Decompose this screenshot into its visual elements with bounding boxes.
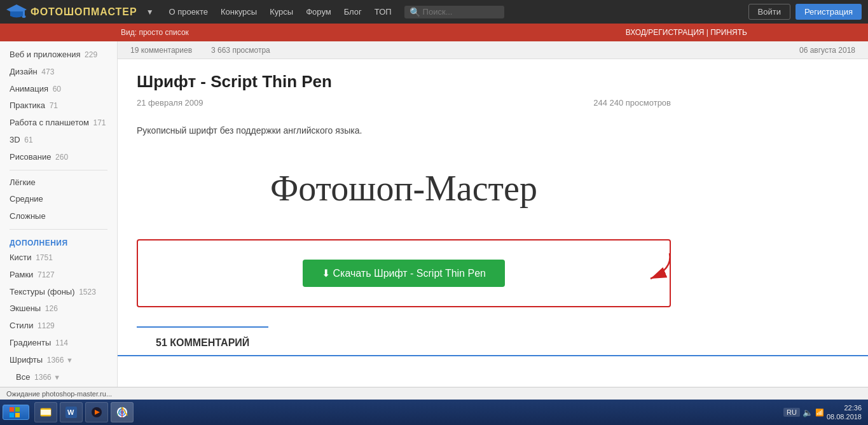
font-preview: Фотошоп-Мастер — [137, 150, 671, 226]
search-input[interactable] — [423, 7, 499, 17]
comments-bar: 51 КОММЕНТАРИЙ — [118, 326, 868, 356]
sidebar: Веб и приложения 229 Дизайн 473 Анимация… — [0, 41, 118, 407]
main-nav: О проекте Конкурсы Курсы Форум Блог ТОП — [163, 0, 398, 24]
sidebar-item-web[interactable]: Веб и приложения 229 — [0, 46, 117, 64]
nav-top[interactable]: ТОП — [368, 0, 398, 24]
download-button[interactable]: ⬇ Скачать Шрифт - Script Thin Pen — [303, 260, 505, 287]
search-icon: 🔍 — [410, 7, 420, 17]
sidebar-item-practice[interactable]: Практика 71 — [0, 97, 117, 115]
views-count: 3 663 просмотра — [211, 46, 270, 55]
sidebar-item-medium[interactable]: Средние — [0, 191, 117, 208]
comments-count: 19 комментариев — [130, 46, 192, 55]
download-section: ⬇ Скачать Шрифт - Script Thin Pen — [137, 239, 671, 307]
sidebar-item-actions[interactable]: Экшены 126 — [0, 300, 117, 317]
sidebar-item-brushes[interactable]: Кисти 1751 — [0, 249, 117, 267]
top-navigation: ФОТОШОПМАСТЕР ▼ О проекте Конкурсы Курсы… — [0, 0, 868, 24]
sidebar-divider-1 — [10, 170, 107, 171]
secondary-nav: Вид: просто список ВХОД/РЕГИСТРАЦИЯ | ПР… — [0, 24, 868, 41]
article-info: 21 февраля 2009 244 240 просмотров — [137, 98, 671, 114]
sidebar-item-drawing[interactable]: Рисование 260 — [0, 149, 117, 166]
sidebar-item-frames[interactable]: Рамки 7127 — [0, 267, 117, 284]
sidebar-item-hard[interactable]: Сложные — [0, 208, 117, 225]
taskbar-item-explorer[interactable] — [34, 402, 57, 422]
sidebar-item-3d[interactable]: 3D 61 — [0, 132, 117, 149]
register-button[interactable]: Регистрация — [796, 4, 862, 20]
logo-icon — [6, 3, 27, 21]
taskbar-clock: 22:36 08.08.2018 — [827, 403, 862, 422]
main-layout: Веб и приложения 229 Дизайн 473 Анимация… — [0, 41, 868, 407]
sidebar-item-fonts[interactable]: Шрифты 1366 ▼ — [0, 352, 117, 369]
taskbar-item-word[interactable]: W — [60, 402, 83, 422]
nav-contests[interactable]: Конкурсы — [214, 0, 263, 24]
svg-rect-9 — [41, 410, 51, 415]
sidebar-item-tablet[interactable]: Работа с планшетом 171 — [0, 115, 117, 132]
post-meta-bar: 19 комментариев 3 663 просмотра 06 авгус… — [118, 41, 868, 59]
logo[interactable]: ФОТОШОПМАСТЕР — [6, 3, 137, 21]
article: Шрифт - Script Thin Pen 21 февраля 2009 … — [118, 59, 690, 326]
main-content: 19 комментариев 3 663 просмотра 06 авгус… — [118, 41, 868, 407]
svg-rect-1 — [23, 10, 25, 16]
nav-forum[interactable]: Форум — [300, 0, 338, 24]
sidebar-item-animation[interactable]: Анимация 60 — [0, 81, 117, 98]
nav-about[interactable]: О проекте — [163, 0, 214, 24]
language-indicator[interactable]: RU — [783, 408, 800, 417]
sidebar-item-styles[interactable]: Стили 1129 — [0, 317, 117, 335]
article-date: 21 февраля 2009 — [137, 98, 203, 108]
article-title: Шрифт - Script Thin Pen — [137, 72, 671, 92]
download-arrow — [600, 250, 676, 288]
svg-rect-4 — [10, 407, 14, 412]
taskbar: W RU 🔈 📶 22:36 08.08.2018 — [0, 400, 868, 425]
tray-icons: 🔈 — [803, 408, 813, 417]
sidebar-addons-title: ДОПОЛНЕНИЯ — [0, 233, 117, 249]
svg-rect-6 — [10, 413, 14, 417]
article-views: 244 240 просмотров — [593, 98, 671, 108]
sidebar-item-textures[interactable]: Текстуры (фоны) 1523 — [0, 284, 117, 301]
taskbar-item-media[interactable] — [85, 402, 108, 422]
secondary-nav-view[interactable]: Вид: просто список — [121, 28, 189, 37]
svg-text:W: W — [67, 408, 74, 416]
sidebar-divider-2 — [10, 229, 107, 230]
article-description: Рукописный шрифт без поддержки английско… — [137, 123, 671, 137]
svg-rect-10 — [42, 408, 45, 410]
post-date: 06 августа 2018 — [799, 46, 855, 55]
search-bar: 🔍 — [404, 6, 504, 18]
taskbar-tray: RU 🔈 📶 22:36 08.08.2018 — [783, 403, 865, 422]
sidebar-item-gradients[interactable]: Градиенты 114 — [0, 335, 117, 352]
secondary-nav-auth[interactable]: ВХОД/РЕГИСТРАЦИЯ | ПРИНЯТЬ — [626, 28, 747, 37]
taskbar-item-chrome[interactable] — [111, 402, 134, 422]
status-url: Ожидание photoshop-master.ru... — [6, 390, 112, 398]
browser-status-bar: Ожидание photoshop-master.ru... — [0, 387, 868, 400]
sidebar-item-design[interactable]: Дизайн 473 — [0, 64, 117, 81]
network-icon: 📶 — [815, 408, 824, 417]
svg-rect-7 — [15, 413, 20, 417]
sidebar-item-fonts-all[interactable]: Все 1366 ▼ — [0, 369, 117, 386]
auth-buttons: Войти Регистрация — [748, 4, 862, 20]
logo-dropdown-button[interactable]: ▼ — [144, 8, 156, 17]
comments-title: 51 КОММЕНТАРИЙ — [137, 326, 268, 355]
start-button[interactable] — [3, 405, 29, 420]
login-button[interactable]: Войти — [748, 4, 790, 20]
sidebar-item-easy[interactable]: Лёгкие — [0, 174, 117, 192]
nav-blog[interactable]: Блог — [338, 0, 368, 24]
svg-rect-5 — [15, 407, 20, 412]
nav-courses[interactable]: Курсы — [263, 0, 300, 24]
logo-text: ФОТОШОПМАСТЕР — [31, 6, 137, 18]
